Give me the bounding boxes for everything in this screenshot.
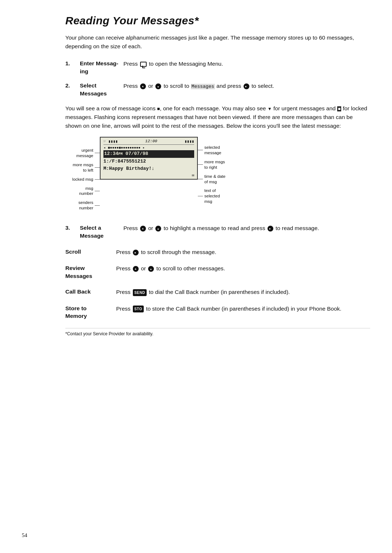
intro-text: Your phone can receive alphanumeric mess… bbox=[65, 33, 370, 51]
step-3-number: 3. bbox=[65, 225, 76, 231]
screen-data-lines: 12:34PM 07/07/98 1:/F:8475551212 M:Happy… bbox=[103, 150, 194, 173]
send-button-icon: SEND bbox=[133, 289, 147, 296]
scroll-up-icon bbox=[140, 83, 146, 89]
label-more-right: more msgsto right bbox=[198, 159, 238, 170]
page-number: 54 bbox=[22, 532, 27, 538]
screen-bottom-icon: ✉ bbox=[103, 173, 194, 177]
label-selected: selectedmessage bbox=[198, 145, 238, 156]
step-1-number: 1. bbox=[65, 60, 76, 67]
phone-diagram: urgentmessage more msgsto left locked ms… bbox=[65, 137, 370, 214]
term-scroll-desc: Press to scroll through the message. bbox=[116, 248, 370, 256]
label-msg-num: msgnumber bbox=[65, 186, 100, 197]
step-1-desc: Press to open the Messaging Menu. bbox=[123, 60, 370, 68]
screen-line-date: 12:34PM 07/07/98 bbox=[103, 150, 194, 158]
body-text: You will see a row of message icons ■, o… bbox=[65, 104, 370, 130]
scroll-down-icon bbox=[155, 83, 161, 89]
sto-button-icon: STO bbox=[133, 306, 144, 312]
review-down-icon bbox=[148, 266, 154, 272]
term-store-desc: Press STO to store the Call Back number … bbox=[116, 304, 370, 313]
term-review: ReviewMessages Press or to scroll to oth… bbox=[65, 264, 370, 280]
term-list: Scroll Press to scroll through the messa… bbox=[65, 248, 370, 320]
screen-battery: ▮▮▮▮ bbox=[184, 139, 194, 144]
diagram-right-labels: selectedmessage more msgsto right time &… bbox=[198, 137, 238, 208]
label-time-date: time & dateof msg bbox=[198, 174, 238, 185]
page-title: Reading Your Messages* bbox=[65, 15, 370, 27]
term-store-label: Store toMemory bbox=[65, 304, 116, 320]
messaging-icon bbox=[140, 62, 147, 67]
select-icon bbox=[244, 83, 249, 89]
term-review-desc: Press or to scroll to other messages. bbox=[116, 264, 370, 273]
scroll-up-icon-2 bbox=[140, 226, 146, 232]
step-2: 2. SelectMessages Press or to scroll to … bbox=[65, 82, 370, 97]
label-urgent: urgentmessage bbox=[65, 148, 100, 159]
step-2-label: SelectMessages bbox=[80, 82, 123, 97]
step-2-desc: Press or to scroll to Messages and press… bbox=[123, 82, 370, 90]
screen-line-from: 1:/F:8475551212 bbox=[103, 158, 194, 165]
step-3: 3. Select aMessage Press or to highlight… bbox=[65, 224, 370, 239]
term-callback-desc: Press SEND to dial the Call Back number … bbox=[116, 288, 370, 296]
step-3-desc: Press or to highlight a message to read … bbox=[123, 224, 370, 232]
label-more-left: more msgsto left bbox=[65, 162, 100, 173]
label-senders: sendersnumber bbox=[65, 200, 100, 211]
screen-line-msg: M:Happy Birthday!↓ bbox=[103, 165, 194, 173]
screen-time: 12:00 bbox=[145, 139, 157, 143]
term-callback: Call Back Press SEND to dial the Call Ba… bbox=[65, 288, 370, 296]
term-scroll-label: Scroll bbox=[65, 248, 116, 256]
label-locked: locked msg bbox=[65, 177, 100, 182]
term-scroll: Scroll Press to scroll through the messa… bbox=[65, 248, 370, 256]
term-review-label: ReviewMessages bbox=[65, 264, 116, 280]
phone-screen: ☞ ▮▮▮▮ 12:00 ▮▮▮▮ ◂ ■●●●●■●●●●●●●●● ▸ 12… bbox=[100, 137, 198, 180]
label-text: text ofselectedmsg bbox=[198, 188, 238, 204]
screen-icons-row: ◂ ■●●●●■●●●●●●●●● ▸ bbox=[103, 146, 194, 150]
select-icon-2 bbox=[268, 226, 273, 232]
review-up-icon bbox=[133, 266, 139, 272]
scroll-select-icon bbox=[133, 250, 139, 255]
screen-status-bar: ☞ ▮▮▮▮ 12:00 ▮▮▮▮ bbox=[103, 139, 194, 145]
step-3-label: Select aMessage bbox=[80, 224, 123, 239]
step-1-label: Enter Messag-ing bbox=[80, 60, 123, 75]
diagram-left-labels: urgentmessage more msgsto left locked ms… bbox=[65, 137, 100, 214]
step-1: 1. Enter Messag-ing Press to open the Me… bbox=[65, 60, 370, 75]
footnote: *Contact your Service Provider for avail… bbox=[65, 328, 370, 336]
step-2-number: 2. bbox=[65, 82, 76, 89]
scroll-down-icon-2 bbox=[155, 226, 161, 232]
page-content: Reading Your Messages* Your phone can re… bbox=[0, 0, 392, 358]
term-callback-label: Call Back bbox=[65, 288, 116, 296]
term-store: Store toMemory Press STO to store the Ca… bbox=[65, 304, 370, 320]
screen-signal: ☞ ▮▮▮▮ bbox=[103, 139, 118, 144]
